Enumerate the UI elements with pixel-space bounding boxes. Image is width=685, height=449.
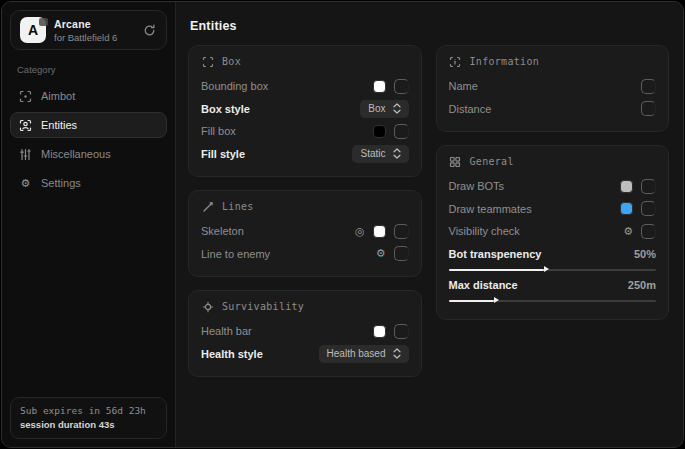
refresh-icon[interactable]: [141, 22, 157, 38]
sidebar-item-entities[interactable]: Entities: [10, 112, 167, 138]
app-window: A Arcane for Battlefield 6 Category: [1, 1, 684, 448]
sidebar-nav: Aimbot Entities: [10, 83, 167, 196]
sidebar-item-label: Miscellaneous: [41, 148, 111, 160]
setting-label: Name: [449, 80, 478, 92]
health-bar-checkbox[interactable]: [394, 324, 409, 339]
gear-icon[interactable]: ⚙: [623, 226, 633, 237]
dropdown-value: Static: [360, 148, 385, 160]
visibility-check-checkbox[interactable]: [641, 224, 656, 239]
setting-label: Distance: [449, 103, 492, 115]
health-style-dropdown[interactable]: Health based: [319, 345, 409, 363]
session-duration-text: session duration 43s: [20, 419, 157, 430]
box-card-title: Box: [222, 56, 241, 67]
crosshair-icon: [19, 90, 32, 103]
gear-icon[interactable]: ⚙: [376, 248, 386, 259]
setting-label: Fill style: [201, 148, 245, 160]
page-title: Entities: [190, 19, 669, 33]
bot-transparency-slider[interactable]: [449, 269, 657, 271]
setting-row-health-bar: Health bar: [201, 320, 409, 343]
setting-row-box-style: Box style Box: [201, 98, 409, 121]
fill-box-checkbox[interactable]: [394, 124, 409, 139]
app-title: Arcane: [54, 18, 133, 30]
health-icon: [201, 300, 214, 313]
setting-row-draw-bots: Draw BOTs: [449, 175, 657, 198]
left-column: Box Bounding box Box style Box: [188, 45, 422, 390]
lines-card: Lines Skeleton ◎ Line to enemy ⚙: [188, 190, 422, 277]
general-card-title: General: [470, 156, 514, 167]
unfold-icon: [393, 103, 401, 114]
sidebar-item-label: Aimbot: [41, 90, 75, 102]
distance-checkbox[interactable]: [641, 101, 656, 116]
slider-fill: [449, 300, 495, 302]
information-card-header: Information: [449, 55, 657, 68]
sidebar-item-settings[interactable]: ⚙ Settings: [10, 170, 167, 196]
color-swatch[interactable]: [373, 225, 386, 238]
box-card: Box Bounding box Box style Box: [188, 45, 422, 177]
sidebar-item-miscellaneous[interactable]: Miscellaneous: [10, 141, 167, 167]
color-swatch[interactable]: [620, 202, 633, 215]
slider-handle[interactable]: [494, 297, 499, 303]
setting-row-draw-teammates: Draw teammates: [449, 198, 657, 221]
entities-icon: [19, 119, 32, 132]
setting-label: Line to enemy: [201, 248, 270, 260]
setting-label: Visibility check: [449, 225, 520, 237]
main-panel: Entities Box B: [176, 2, 683, 447]
color-swatch[interactable]: [373, 325, 386, 338]
sliders-icon: [19, 148, 32, 161]
setting-label: Draw BOTs: [449, 180, 505, 192]
slider-value: 250m: [628, 279, 656, 291]
unfold-icon: [393, 148, 401, 159]
color-swatch[interactable]: [373, 80, 386, 93]
lines-card-title: Lines: [222, 201, 254, 212]
setting-label: Max distance: [449, 279, 518, 291]
setting-row-distance: Distance: [449, 98, 657, 121]
draw-teammates-checkbox[interactable]: [641, 201, 656, 216]
sub-expiry-text: Sub expires in 56d 23h: [20, 405, 157, 416]
setting-row-visibility-check: Visibility check ⚙: [449, 220, 657, 243]
line-to-enemy-checkbox[interactable]: [394, 246, 409, 261]
slider-fill: [449, 269, 544, 271]
sidebar-item-label: Settings: [41, 177, 81, 189]
name-checkbox[interactable]: [641, 79, 656, 94]
gear-icon: ⚙: [19, 177, 32, 190]
sidebar-item-label: Entities: [41, 119, 77, 131]
bounding-box-checkbox[interactable]: [394, 79, 409, 94]
information-card: Information Name Distance: [436, 45, 670, 132]
setting-label: Box style: [201, 103, 250, 115]
profile-text: Arcane for Battlefield 6: [54, 18, 133, 43]
info-icon: [449, 55, 462, 68]
slider-value: 50%: [634, 248, 656, 260]
color-swatch[interactable]: [373, 125, 386, 138]
avatar: A: [20, 17, 46, 43]
unfold-icon: [393, 348, 401, 359]
setting-row-health-style: Health style Health based: [201, 343, 409, 366]
grid-icon: [449, 155, 462, 168]
general-card-header: General: [449, 155, 657, 168]
setting-label: Skeleton: [201, 225, 244, 237]
box-style-dropdown[interactable]: Box: [360, 100, 408, 118]
sidebar-item-aimbot[interactable]: Aimbot: [10, 83, 167, 109]
category-label: Category: [17, 64, 167, 75]
setting-label: Health bar: [201, 325, 252, 337]
survivability-card: Survivability Health bar Health style He…: [188, 290, 422, 377]
box-card-header: Box: [201, 55, 409, 68]
setting-label: Fill box: [201, 125, 236, 137]
information-card-title: Information: [470, 56, 540, 67]
dropdown-value: Health based: [327, 348, 386, 360]
box-icon: [201, 55, 214, 68]
draw-bots-checkbox[interactable]: [641, 179, 656, 194]
setting-row-name: Name: [449, 75, 657, 98]
survivability-card-header: Survivability: [201, 300, 409, 313]
max-distance-slider-group: Max distance 250m: [449, 277, 657, 302]
fill-style-dropdown[interactable]: Static: [352, 145, 408, 163]
setting-row-bounding-box: Bounding box: [201, 75, 409, 98]
max-distance-slider[interactable]: [449, 300, 657, 302]
color-swatch[interactable]: [620, 180, 633, 193]
slider-handle[interactable]: [544, 266, 549, 272]
bot-transparency-slider-group: Bot transpenency 50%: [449, 246, 657, 271]
setting-row-fill-style: Fill style Static: [201, 143, 409, 166]
profile-card[interactable]: A Arcane for Battlefield 6: [10, 10, 167, 50]
skeleton-checkbox[interactable]: [394, 224, 409, 239]
survivability-card-title: Survivability: [222, 301, 304, 312]
scope-icon[interactable]: ◎: [355, 226, 365, 237]
